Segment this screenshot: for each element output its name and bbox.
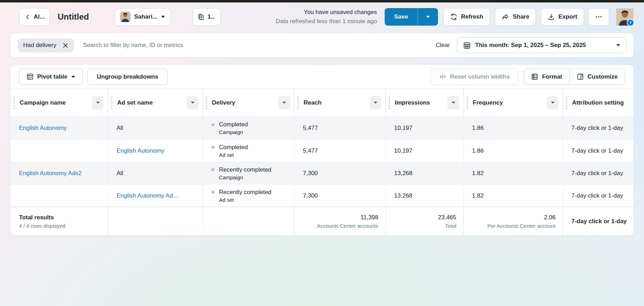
ad-set-name-cell-text: All bbox=[117, 125, 203, 132]
save-options-button[interactable] bbox=[418, 8, 438, 26]
campaign-name-cell-link[interactable]: English Autonomy bbox=[19, 125, 108, 132]
facebook-badge-icon: f bbox=[627, 19, 634, 26]
totals-adset-cell bbox=[108, 207, 203, 235]
status-dot bbox=[211, 191, 214, 194]
close-x-icon[interactable] bbox=[62, 42, 68, 48]
save-status: You have unsaved changes Data refreshed … bbox=[276, 8, 377, 26]
total-value: 11,398 bbox=[360, 214, 378, 221]
campaign-name-cell-link[interactable]: English Autonomy Ads2 bbox=[19, 170, 108, 177]
caret-down-icon bbox=[373, 101, 378, 104]
export-button[interactable]: Export bbox=[541, 8, 584, 26]
delivery-status: Completed bbox=[219, 121, 294, 128]
filter-chip-had-delivery[interactable]: Had delivery bbox=[18, 38, 74, 52]
format-label: Format bbox=[542, 73, 562, 80]
ad-set-name-cell: English Autonomy bbox=[108, 140, 203, 162]
share-button[interactable]: Share bbox=[495, 8, 536, 26]
window-top-strip bbox=[0, 0, 644, 2]
filter-chip-label: Had delivery bbox=[23, 42, 57, 49]
back-button[interactable]: Al... bbox=[19, 8, 50, 26]
delivery-level: Campaign bbox=[219, 174, 294, 180]
more-options-button[interactable] bbox=[588, 8, 609, 26]
caret-down-icon bbox=[161, 15, 165, 18]
column-drag-handle[interactable] bbox=[206, 97, 207, 109]
reports-count-button[interactable]: 1.. bbox=[193, 8, 221, 26]
filter-search-input[interactable] bbox=[83, 42, 436, 49]
column-header-delivery[interactable]: Delivery bbox=[203, 89, 294, 117]
chevron-left-icon bbox=[25, 14, 31, 20]
reach-cell: 7,300 bbox=[294, 162, 385, 184]
ad-set-name-cell-link[interactable]: English Autonomy bbox=[117, 147, 203, 154]
column-header-ad-set-name[interactable]: Ad set name bbox=[108, 89, 203, 117]
rows-displayed-text: 4 / 4 rows displayed bbox=[19, 223, 108, 229]
reset-column-widths-button[interactable]: Reset column widths bbox=[430, 69, 518, 85]
caret-down-icon bbox=[551, 101, 555, 104]
report-title[interactable]: Untitled bbox=[58, 12, 93, 22]
pivot-table-icon bbox=[26, 73, 34, 80]
column-menu-button[interactable] bbox=[547, 96, 558, 109]
report-table-card: Pivot table Ungroup breakdowns Reset col… bbox=[11, 65, 633, 235]
ungroup-breakdowns-button[interactable]: Ungroup breakdowns bbox=[87, 69, 168, 85]
totals-attribution-cell: 7-day click or 1-day bbox=[563, 207, 633, 235]
delivery-cell: CompletedCampaign bbox=[203, 117, 294, 139]
ungroup-breakdowns-label: Ungroup breakdowns bbox=[97, 73, 158, 80]
delivery-cell: CompletedAd set bbox=[203, 140, 294, 162]
clear-filters-button[interactable]: Clear bbox=[436, 42, 450, 49]
attribution-setting-cell: 7-day click or 1-day bbox=[563, 140, 633, 162]
impressions-cell: 13,268 bbox=[385, 185, 463, 207]
caret-down-icon bbox=[451, 101, 456, 104]
column-header-reach[interactable]: Reach bbox=[294, 89, 385, 117]
status-dot bbox=[211, 123, 214, 126]
profile-menu[interactable]: f bbox=[616, 8, 633, 26]
save-button[interactable]: Save bbox=[385, 8, 418, 26]
column-drag-handle[interactable] bbox=[389, 97, 390, 109]
account-selector[interactable]: Sahari... bbox=[115, 8, 171, 26]
impressions-cell: 10,197 bbox=[385, 140, 463, 162]
column-menu-button[interactable] bbox=[278, 96, 290, 109]
column-drag-handle[interactable] bbox=[467, 97, 468, 109]
date-range-picker[interactable]: This month: Sep 1, 2025 – Sep 25, 2025 bbox=[457, 37, 626, 53]
save-split-button: Save bbox=[385, 8, 438, 26]
column-header-campaign-name[interactable]: Campaign name bbox=[11, 89, 108, 117]
total-note: Per Accounts Center account bbox=[487, 223, 556, 229]
totals-reach-cell: 11,398Accounts Center accounts bbox=[294, 207, 385, 235]
column-drag-handle[interactable] bbox=[111, 97, 112, 109]
format-button[interactable]: Format bbox=[524, 69, 569, 85]
column-drag-handle[interactable] bbox=[14, 97, 15, 109]
customize-button[interactable]: Customize bbox=[569, 69, 625, 85]
campaign-name-cell: English Autonomy Ads2 bbox=[11, 162, 108, 184]
totals-frequency-cell: 2.06Per Accounts Center account bbox=[463, 207, 563, 235]
column-menu-button[interactable] bbox=[370, 96, 381, 109]
account-name: Sahari... bbox=[134, 13, 157, 20]
frequency-cell: 1.82 bbox=[463, 162, 563, 184]
unsaved-changes-text: You have unsaved changes bbox=[276, 8, 377, 17]
attribution-setting-cell: 7-day click or 1-day bbox=[563, 162, 633, 184]
ad-set-name-cell-text: All bbox=[117, 170, 203, 177]
column-header-impressions[interactable]: Impressions bbox=[385, 89, 463, 117]
column-drag-handle[interactable] bbox=[566, 97, 567, 109]
impressions-cell: 10,197 bbox=[385, 117, 463, 139]
share-label: Share bbox=[513, 13, 529, 20]
caret-down-icon bbox=[426, 15, 430, 18]
reach-cell: 7,300 bbox=[294, 185, 385, 207]
column-header-label: Impressions bbox=[395, 99, 430, 106]
refresh-button[interactable]: Refresh bbox=[443, 8, 490, 26]
table-row: English AutonomyCompletedAd set5,47710,1… bbox=[11, 139, 633, 162]
ad-set-name-cell-link[interactable]: English Autonomy Ad… bbox=[117, 192, 203, 199]
column-menu-button[interactable] bbox=[92, 96, 104, 109]
column-header-frequency[interactable]: Frequency bbox=[463, 89, 563, 117]
column-drag-handle[interactable] bbox=[298, 97, 299, 109]
refresh-icon bbox=[450, 13, 458, 21]
table-format-icon bbox=[531, 73, 538, 80]
pivot-table-selector[interactable]: Pivot table bbox=[19, 69, 83, 85]
column-menu-button[interactable] bbox=[447, 96, 459, 109]
refresh-label: Refresh bbox=[461, 13, 483, 20]
column-header-label: Frequency bbox=[473, 99, 503, 106]
column-menu-button[interactable] bbox=[187, 96, 198, 109]
ellipsis-icon bbox=[595, 13, 603, 21]
ads-reporting-page: Al... Untitled Sahari... 1.. You have un… bbox=[0, 0, 644, 306]
filter-bar: Had delivery Clear This month: Sep 1, 20… bbox=[11, 33, 633, 57]
copy-stack-icon bbox=[197, 13, 205, 21]
column-header-attribution-setting[interactable]: Attribution setting bbox=[563, 89, 633, 117]
status-dot bbox=[211, 146, 214, 149]
attribution-setting-cell: 7-day click or 1-day bbox=[563, 185, 633, 207]
